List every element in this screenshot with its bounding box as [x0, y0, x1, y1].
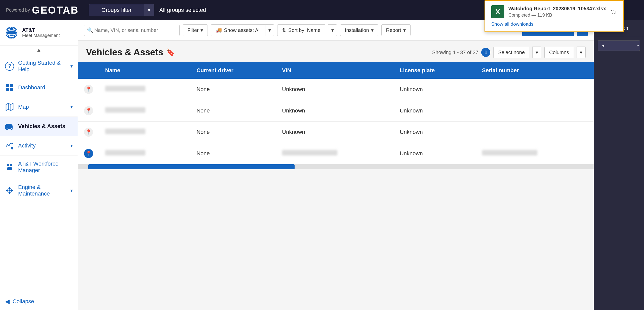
row-serial-cell: [476, 143, 594, 164]
svg-rect-12: [6, 124, 12, 126]
vehicle-name-blurred: [105, 86, 145, 91]
svg-rect-6: [6, 88, 9, 91]
table-row[interactable]: 📍 None Unknown Unknown: [78, 122, 594, 143]
show-all-downloads-link[interactable]: Show all downloads: [491, 21, 617, 27]
collapse-arrow-icon: ◀: [5, 298, 10, 305]
row-icon-cell: 📍: [78, 100, 99, 122]
collapse-button[interactable]: ◀ Collapse: [0, 293, 78, 310]
excel-icon: X: [491, 5, 504, 18]
chevron-down-icon-getting-started: ▾: [70, 63, 73, 69]
download-item: X Watchdog Report_20230619_105347.xlsx C…: [491, 5, 617, 18]
svg-rect-7: [10, 88, 13, 91]
col-vin: VIN: [276, 62, 394, 79]
sidebar-item-workforce[interactable]: AT&T Workforce Manager: [0, 156, 78, 179]
vehicle-pin-icon: 📍: [84, 106, 93, 115]
columns-button[interactable]: Columns: [544, 47, 574, 58]
search-icon: 🔍: [87, 27, 93, 33]
workforce-icon: [5, 163, 14, 172]
report-chevron-icon: ▾: [403, 27, 406, 33]
page-number-badge[interactable]: 1: [481, 48, 490, 57]
download-notification: X Watchdog Report_20230619_105347.xlsx C…: [485, 0, 624, 32]
att-logo-icon: [5, 26, 18, 39]
sort-button[interactable]: ⇅ Sort by: Name: [277, 24, 325, 36]
filter-button[interactable]: Filter ▾: [183, 24, 208, 36]
report-label: Report: [386, 27, 401, 33]
dashboard-icon: [5, 83, 14, 92]
vin-blurred: [282, 150, 337, 156]
help-icon: ?: [5, 62, 14, 71]
row-name-cell: [99, 79, 190, 100]
show-assets-label: Show assets: All: [224, 27, 261, 33]
filter-chevron-icon: ▾: [200, 27, 203, 33]
powered-by-text: Powered by: [6, 8, 30, 13]
row-serial-cell: [476, 100, 594, 122]
download-info: Watchdog Report_20230619_105347.xlsx Com…: [508, 6, 606, 18]
sidebar-item-getting-started[interactable]: ? Getting Started & Help ▾: [0, 55, 78, 78]
chevron-down-icon-map: ▾: [70, 104, 73, 110]
show-assets-button[interactable]: 🚚 Show assets: All: [211, 24, 265, 36]
horizontal-scrollbar[interactable]: [78, 164, 594, 169]
sidebar-scroll-up[interactable]: ▲: [0, 46, 78, 55]
row-serial-cell: [476, 122, 594, 143]
table-container[interactable]: Name Current driver VIN License plate Se…: [78, 62, 594, 310]
row-name-cell: [99, 100, 190, 122]
folder-icon[interactable]: 🗂: [610, 8, 617, 16]
groups-filter-section: Groups filter ▾ All groups selected: [89, 4, 206, 16]
page-title-wrap: Vehicles & Assets 🔖: [86, 47, 175, 58]
row-icon-cell: 📍: [78, 122, 99, 143]
nav-label-engine: Engine & Maintenance: [18, 184, 66, 197]
table-row[interactable]: 📍 None Unknown Unknown: [78, 100, 594, 122]
svg-rect-5: [10, 84, 13, 87]
report-button[interactable]: Report ▾: [381, 24, 411, 36]
select-none-button[interactable]: Select none: [493, 47, 529, 58]
sidebar-item-activity[interactable]: Activity ▾: [0, 136, 78, 156]
groups-filter-button[interactable]: Groups filter: [89, 4, 144, 16]
scroll-up-btn[interactable]: ▲: [36, 47, 42, 54]
nav-label-getting-started: Getting Started & Help: [18, 60, 66, 73]
sidebar-item-engine[interactable]: Engine & Maintenance ▾: [0, 179, 78, 202]
download-filename: Watchdog Report_20230619_105347.xlsx: [508, 6, 606, 12]
row-icon-cell: 📍: [78, 79, 99, 100]
select-none-dropdown[interactable]: ▾: [532, 47, 541, 58]
truck-icon: 🚚: [216, 27, 222, 33]
col-driver: Current driver: [190, 62, 276, 79]
bookmark-icon[interactable]: 🔖: [166, 48, 175, 57]
filter-label: Filter: [187, 27, 198, 33]
vehicle-name-blurred: [105, 107, 145, 113]
show-assets-dropdown[interactable]: ▾: [265, 24, 274, 36]
engine-icon: [5, 186, 14, 195]
row-vin-cell: Unknown: [276, 122, 394, 143]
groups-selected-text: All groups selected: [159, 7, 206, 13]
sort-dropdown[interactable]: ▾: [328, 24, 337, 36]
nav-label-workforce: AT&T Workforce Manager: [18, 161, 73, 174]
chevron-down-icon-engine: ▾: [70, 188, 73, 193]
scrollbar-thumb: [88, 164, 295, 169]
sort-label: Sort by: Name: [288, 27, 320, 33]
vehicle-pin-icon: 📍: [84, 128, 93, 137]
row-name-cell: [99, 122, 190, 143]
main-content: 🔍 Filter ▾ 🚚 Show assets: All ▾ ⇅ Sort b…: [78, 20, 594, 310]
table-row[interactable]: 📍 None Unknown Unknown: [78, 79, 594, 100]
col-license: License plate: [394, 62, 476, 79]
row-vin-cell: [276, 143, 394, 164]
sidebar-item-map[interactable]: Map ▾: [0, 97, 78, 117]
installation-button[interactable]: Installation ▾: [340, 24, 378, 36]
page-header: Vehicles & Assets 🔖 Showing 1 - 37 of 37…: [78, 41, 594, 62]
svg-rect-4: [6, 84, 9, 87]
table-row[interactable]: 📍 None Unknown: [78, 143, 594, 164]
sidebar-item-vehicles[interactable]: Vehicles & Assets: [0, 117, 78, 136]
row-license-cell: Unknown: [394, 100, 476, 122]
groups-filter-dropdown[interactable]: ▾: [144, 4, 154, 16]
search-input[interactable]: [84, 25, 180, 36]
row-driver-cell: None: [190, 143, 276, 164]
columns-dropdown[interactable]: ▾: [577, 47, 586, 58]
row-icon-cell: 📍: [78, 143, 99, 164]
geotab-logo: GEOTAB: [32, 5, 79, 16]
nav-label-activity: Activity: [18, 142, 66, 149]
sidebar-item-dashboard[interactable]: Dashboard: [0, 78, 78, 97]
map-icon: [5, 102, 14, 111]
right-panel-dropdown[interactable]: ▾: [598, 40, 640, 51]
brand-fleet: Fleet Management: [22, 33, 60, 38]
page-header-right: Showing 1 - 37 of 37 1 Select none ▾ Col…: [432, 47, 586, 58]
table-header-row: Name Current driver VIN License plate Se…: [78, 62, 594, 79]
